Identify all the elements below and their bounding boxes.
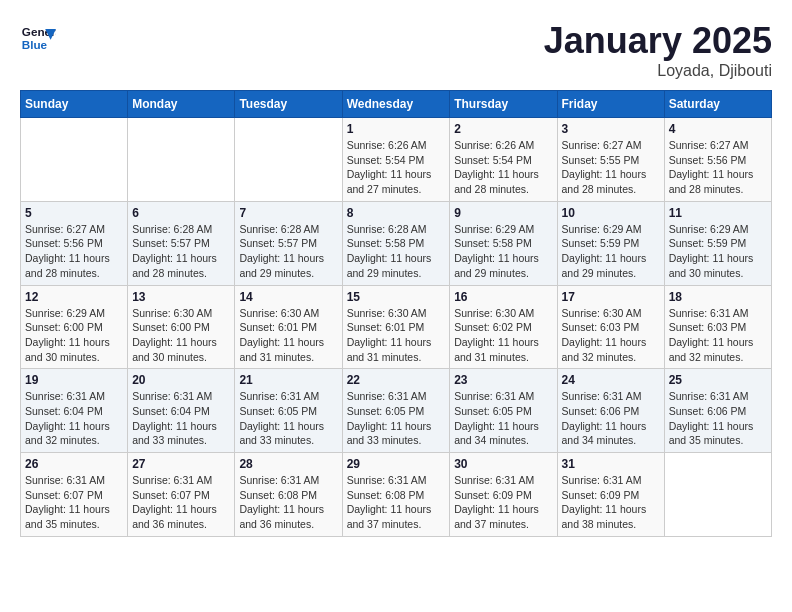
day-info: Sunrise: 6:31 AM Sunset: 6:06 PM Dayligh… bbox=[562, 389, 660, 448]
day-number: 8 bbox=[347, 206, 446, 220]
calendar-cell: 5Sunrise: 6:27 AM Sunset: 5:56 PM Daylig… bbox=[21, 201, 128, 285]
calendar-header: Sunday Monday Tuesday Wednesday Thursday… bbox=[21, 91, 772, 118]
page-title: January 2025 bbox=[544, 20, 772, 62]
calendar-cell: 10Sunrise: 6:29 AM Sunset: 5:59 PM Dayli… bbox=[557, 201, 664, 285]
calendar-cell: 15Sunrise: 6:30 AM Sunset: 6:01 PM Dayli… bbox=[342, 285, 450, 369]
day-info: Sunrise: 6:30 AM Sunset: 6:03 PM Dayligh… bbox=[562, 306, 660, 365]
calendar-cell: 29Sunrise: 6:31 AM Sunset: 6:08 PM Dayli… bbox=[342, 453, 450, 537]
calendar-cell: 7Sunrise: 6:28 AM Sunset: 5:57 PM Daylig… bbox=[235, 201, 342, 285]
day-info: Sunrise: 6:29 AM Sunset: 5:59 PM Dayligh… bbox=[562, 222, 660, 281]
day-info: Sunrise: 6:28 AM Sunset: 5:57 PM Dayligh… bbox=[132, 222, 230, 281]
day-number: 10 bbox=[562, 206, 660, 220]
day-info: Sunrise: 6:28 AM Sunset: 5:57 PM Dayligh… bbox=[239, 222, 337, 281]
calendar-cell: 9Sunrise: 6:29 AM Sunset: 5:58 PM Daylig… bbox=[450, 201, 557, 285]
day-number: 4 bbox=[669, 122, 767, 136]
header-friday: Friday bbox=[557, 91, 664, 118]
day-number: 25 bbox=[669, 373, 767, 387]
day-number: 5 bbox=[25, 206, 123, 220]
day-info: Sunrise: 6:31 AM Sunset: 6:04 PM Dayligh… bbox=[132, 389, 230, 448]
calendar-cell: 16Sunrise: 6:30 AM Sunset: 6:02 PM Dayli… bbox=[450, 285, 557, 369]
calendar-week-4: 19Sunrise: 6:31 AM Sunset: 6:04 PM Dayli… bbox=[21, 369, 772, 453]
day-info: Sunrise: 6:30 AM Sunset: 6:01 PM Dayligh… bbox=[239, 306, 337, 365]
calendar-cell: 31Sunrise: 6:31 AM Sunset: 6:09 PM Dayli… bbox=[557, 453, 664, 537]
calendar-cell: 19Sunrise: 6:31 AM Sunset: 6:04 PM Dayli… bbox=[21, 369, 128, 453]
logo: General Blue bbox=[20, 20, 60, 60]
header-row: Sunday Monday Tuesday Wednesday Thursday… bbox=[21, 91, 772, 118]
day-info: Sunrise: 6:30 AM Sunset: 6:00 PM Dayligh… bbox=[132, 306, 230, 365]
calendar-cell: 22Sunrise: 6:31 AM Sunset: 6:05 PM Dayli… bbox=[342, 369, 450, 453]
day-info: Sunrise: 6:31 AM Sunset: 6:04 PM Dayligh… bbox=[25, 389, 123, 448]
calendar-cell bbox=[21, 118, 128, 202]
calendar-cell: 13Sunrise: 6:30 AM Sunset: 6:00 PM Dayli… bbox=[128, 285, 235, 369]
day-info: Sunrise: 6:26 AM Sunset: 5:54 PM Dayligh… bbox=[454, 138, 552, 197]
calendar-week-5: 26Sunrise: 6:31 AM Sunset: 6:07 PM Dayli… bbox=[21, 453, 772, 537]
day-number: 28 bbox=[239, 457, 337, 471]
day-number: 1 bbox=[347, 122, 446, 136]
page-subtitle: Loyada, Djibouti bbox=[544, 62, 772, 80]
day-number: 18 bbox=[669, 290, 767, 304]
calendar-cell: 4Sunrise: 6:27 AM Sunset: 5:56 PM Daylig… bbox=[664, 118, 771, 202]
header-thursday: Thursday bbox=[450, 91, 557, 118]
day-info: Sunrise: 6:28 AM Sunset: 5:58 PM Dayligh… bbox=[347, 222, 446, 281]
day-number: 14 bbox=[239, 290, 337, 304]
day-info: Sunrise: 6:27 AM Sunset: 5:56 PM Dayligh… bbox=[669, 138, 767, 197]
calendar-cell bbox=[664, 453, 771, 537]
calendar-cell bbox=[128, 118, 235, 202]
day-number: 22 bbox=[347, 373, 446, 387]
day-number: 6 bbox=[132, 206, 230, 220]
header-sunday: Sunday bbox=[21, 91, 128, 118]
day-info: Sunrise: 6:29 AM Sunset: 5:59 PM Dayligh… bbox=[669, 222, 767, 281]
header-saturday: Saturday bbox=[664, 91, 771, 118]
calendar-cell: 25Sunrise: 6:31 AM Sunset: 6:06 PM Dayli… bbox=[664, 369, 771, 453]
day-number: 7 bbox=[239, 206, 337, 220]
day-info: Sunrise: 6:29 AM Sunset: 5:58 PM Dayligh… bbox=[454, 222, 552, 281]
day-info: Sunrise: 6:26 AM Sunset: 5:54 PM Dayligh… bbox=[347, 138, 446, 197]
day-info: Sunrise: 6:31 AM Sunset: 6:05 PM Dayligh… bbox=[347, 389, 446, 448]
calendar-cell: 14Sunrise: 6:30 AM Sunset: 6:01 PM Dayli… bbox=[235, 285, 342, 369]
calendar-week-3: 12Sunrise: 6:29 AM Sunset: 6:00 PM Dayli… bbox=[21, 285, 772, 369]
day-number: 13 bbox=[132, 290, 230, 304]
day-number: 16 bbox=[454, 290, 552, 304]
calendar-cell: 24Sunrise: 6:31 AM Sunset: 6:06 PM Dayli… bbox=[557, 369, 664, 453]
day-number: 26 bbox=[25, 457, 123, 471]
header-monday: Monday bbox=[128, 91, 235, 118]
calendar-cell: 26Sunrise: 6:31 AM Sunset: 6:07 PM Dayli… bbox=[21, 453, 128, 537]
calendar-cell: 18Sunrise: 6:31 AM Sunset: 6:03 PM Dayli… bbox=[664, 285, 771, 369]
svg-text:Blue: Blue bbox=[22, 38, 48, 51]
calendar-cell: 23Sunrise: 6:31 AM Sunset: 6:05 PM Dayli… bbox=[450, 369, 557, 453]
calendar-cell: 8Sunrise: 6:28 AM Sunset: 5:58 PM Daylig… bbox=[342, 201, 450, 285]
day-info: Sunrise: 6:31 AM Sunset: 6:09 PM Dayligh… bbox=[454, 473, 552, 532]
day-number: 21 bbox=[239, 373, 337, 387]
day-number: 20 bbox=[132, 373, 230, 387]
day-info: Sunrise: 6:29 AM Sunset: 6:00 PM Dayligh… bbox=[25, 306, 123, 365]
day-number: 17 bbox=[562, 290, 660, 304]
page-header: General Blue January 2025 Loyada, Djibou… bbox=[20, 20, 772, 80]
day-info: Sunrise: 6:31 AM Sunset: 6:07 PM Dayligh… bbox=[25, 473, 123, 532]
day-number: 24 bbox=[562, 373, 660, 387]
day-number: 30 bbox=[454, 457, 552, 471]
day-number: 15 bbox=[347, 290, 446, 304]
header-tuesday: Tuesday bbox=[235, 91, 342, 118]
day-info: Sunrise: 6:31 AM Sunset: 6:09 PM Dayligh… bbox=[562, 473, 660, 532]
calendar-week-2: 5Sunrise: 6:27 AM Sunset: 5:56 PM Daylig… bbox=[21, 201, 772, 285]
calendar-cell: 6Sunrise: 6:28 AM Sunset: 5:57 PM Daylig… bbox=[128, 201, 235, 285]
day-info: Sunrise: 6:30 AM Sunset: 6:02 PM Dayligh… bbox=[454, 306, 552, 365]
calendar-cell: 30Sunrise: 6:31 AM Sunset: 6:09 PM Dayli… bbox=[450, 453, 557, 537]
day-info: Sunrise: 6:27 AM Sunset: 5:55 PM Dayligh… bbox=[562, 138, 660, 197]
header-wednesday: Wednesday bbox=[342, 91, 450, 118]
calendar-cell: 20Sunrise: 6:31 AM Sunset: 6:04 PM Dayli… bbox=[128, 369, 235, 453]
day-number: 29 bbox=[347, 457, 446, 471]
day-info: Sunrise: 6:27 AM Sunset: 5:56 PM Dayligh… bbox=[25, 222, 123, 281]
logo-icon: General Blue bbox=[20, 20, 56, 60]
calendar-week-1: 1Sunrise: 6:26 AM Sunset: 5:54 PM Daylig… bbox=[21, 118, 772, 202]
day-number: 2 bbox=[454, 122, 552, 136]
day-info: Sunrise: 6:31 AM Sunset: 6:08 PM Dayligh… bbox=[239, 473, 337, 532]
day-number: 31 bbox=[562, 457, 660, 471]
calendar-cell: 1Sunrise: 6:26 AM Sunset: 5:54 PM Daylig… bbox=[342, 118, 450, 202]
day-number: 3 bbox=[562, 122, 660, 136]
day-info: Sunrise: 6:30 AM Sunset: 6:01 PM Dayligh… bbox=[347, 306, 446, 365]
calendar-cell: 28Sunrise: 6:31 AM Sunset: 6:08 PM Dayli… bbox=[235, 453, 342, 537]
calendar-table: Sunday Monday Tuesday Wednesday Thursday… bbox=[20, 90, 772, 537]
calendar-cell: 2Sunrise: 6:26 AM Sunset: 5:54 PM Daylig… bbox=[450, 118, 557, 202]
day-info: Sunrise: 6:31 AM Sunset: 6:05 PM Dayligh… bbox=[454, 389, 552, 448]
